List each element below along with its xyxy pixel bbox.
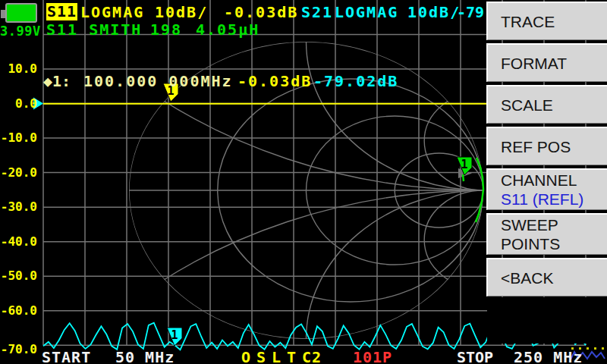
y-axis-label: 0.0 — [0, 97, 37, 111]
marker-diamond-icon: ◆ — [43, 72, 52, 90]
y-axis-label: -60.0 — [0, 304, 37, 318]
y-axis-label: -40.0 — [0, 235, 37, 249]
marker-s21-value: -79.02dB — [313, 73, 398, 89]
menu-label: SCALE — [501, 96, 607, 115]
menu-button-back[interactable]: <BACK — [486, 258, 607, 297]
menu-button-channel[interactable]: CHANNEL S11 (REFL) — [486, 168, 607, 210]
menu-sublabel-channel-value: S11 (REFL) — [501, 190, 607, 209]
trace0-scale: 10dB/ — [155, 4, 208, 20]
trace0-format[interactable]: LOGMAG — [80, 4, 144, 20]
trace2-inductance: 4.05µH — [196, 21, 259, 38]
marker-s11-value: -0.03dB — [237, 73, 312, 89]
sweep-points-badge: 101P — [353, 349, 392, 364]
y-axis-label: -70.0 — [0, 343, 37, 356]
menu-button-refpos[interactable]: REF POS — [486, 127, 607, 165]
active-trace-chip[interactable]: S11 — [46, 3, 77, 20]
menu-shadow-mask — [487, 297, 607, 344]
menu-button-sweep-points[interactable]: SWEEP POINTS — [486, 213, 607, 255]
cal-flag-load: L — [272, 349, 282, 364]
menu-label: REF POS — [501, 137, 607, 156]
menu-label: FORMAT — [501, 54, 607, 73]
menu-label: TRACE — [501, 12, 607, 31]
nanovna-screen: 111 3.99V S11 LOGMAG 10dB/ -0.03dB S21 L… — [0, 0, 607, 364]
stop-value[interactable]: 250 MHz — [514, 349, 583, 364]
menu-label: <BACK — [501, 268, 607, 287]
y-axis-label: -30.0 — [0, 200, 37, 214]
side-menu: TRACE FORMAT SCALE REF POS CHANNEL S11 (… — [486, 2, 607, 300]
marker-symbol[interactable]: ◆1: — [43, 73, 71, 89]
start-label[interactable]: START — [42, 349, 91, 364]
y-axis-label: -50.0 — [0, 269, 37, 283]
menu-label: CHANNEL — [501, 171, 607, 190]
marker-pin-number: 1 — [171, 328, 178, 342]
trace-s11-smith-point — [463, 174, 464, 181]
menu-label: SWEEP — [501, 215, 607, 234]
trace1-scale: 10dB/ — [407, 4, 461, 20]
marker-pin-number: 1 — [461, 158, 467, 171]
screen-artifact-dot — [594, 347, 596, 350]
trace2-channel: S11 — [46, 20, 78, 39]
battery-icon-body — [5, 3, 37, 23]
screen-artifact-dot — [587, 347, 589, 350]
y-axis-label: -20.0 — [0, 166, 37, 180]
trace1-channel[interactable]: S21 — [301, 4, 333, 20]
cal-flag-open: O — [241, 349, 252, 364]
cal-flag-thru: T — [287, 349, 297, 364]
menu-button-trace[interactable]: TRACE — [486, 2, 607, 40]
cal-slot: C2 — [302, 349, 322, 364]
y-axis-label: -10.0 — [0, 131, 37, 145]
menu-label-line2: POINTS — [501, 234, 607, 253]
trace2-resistance: 198 — [150, 21, 182, 38]
screen-artifact-dot — [602, 347, 604, 350]
battery-voltage: 3.99V — [0, 23, 41, 39]
menu-button-scale[interactable]: SCALE — [486, 85, 607, 124]
trace2-channel-format[interactable]: S11 SMITH — [46, 21, 142, 38]
trace0-value: -0.03dB — [224, 4, 298, 20]
trace1-value: -79 — [457, 4, 484, 20]
menu-button-format[interactable]: FORMAT — [486, 43, 607, 82]
stop-label[interactable]: STOP — [457, 349, 493, 364]
start-value[interactable]: 50 MHz — [115, 349, 175, 364]
trace2-format: SMITH — [89, 20, 142, 39]
trace1-format: LOGMAG — [335, 4, 398, 20]
cal-flag-short: S — [256, 349, 267, 364]
marker-frequency[interactable]: 100.000 000MHz — [83, 73, 233, 89]
marker-number: 1: — [52, 72, 71, 90]
y-axis-label: 10.0 — [0, 62, 37, 76]
